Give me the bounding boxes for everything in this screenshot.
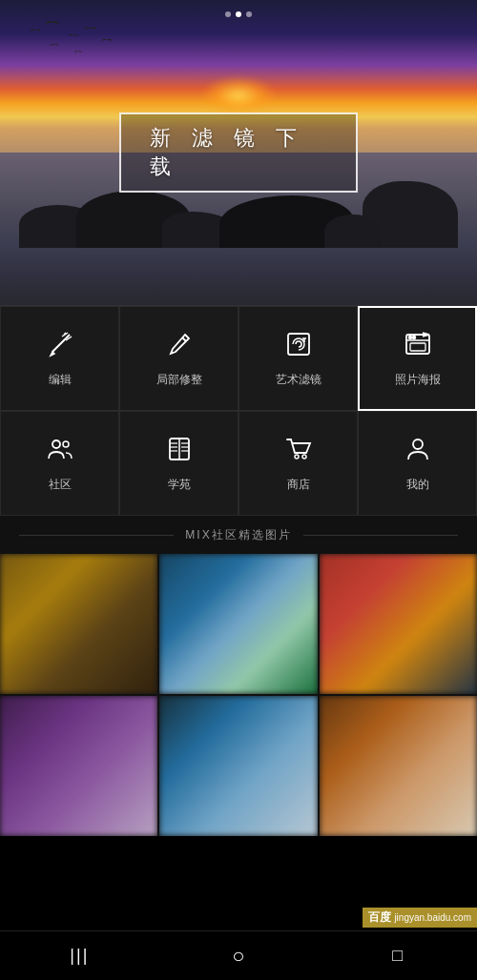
gallery-item-5[interactable] xyxy=(159,696,317,836)
svg-point-13 xyxy=(412,337,415,339)
svg-point-29 xyxy=(413,439,423,449)
user-icon xyxy=(403,434,433,469)
menu-item-shop[interactable]: 商店 xyxy=(238,411,358,516)
people-icon xyxy=(45,434,75,469)
filter-label: 艺术滤镜 xyxy=(276,372,321,388)
gallery-item-1[interactable] xyxy=(0,554,157,694)
wand-icon xyxy=(45,329,75,364)
gallery-image-2 xyxy=(159,554,317,694)
svg-point-17 xyxy=(52,440,60,448)
section-title: MIX社区精选图片 xyxy=(174,527,302,543)
menu-item-edit[interactable]: 编辑 xyxy=(0,306,119,411)
baidu-logo: 百度 xyxy=(368,909,391,926)
cart-icon xyxy=(283,434,314,469)
edit-label: 编辑 xyxy=(49,372,72,388)
menu-item-learn[interactable]: 学苑 xyxy=(119,411,238,516)
recent-icon: □ xyxy=(392,946,403,966)
watermark: 百度 jingyan.baidu.com xyxy=(363,908,477,928)
menu-item-filter[interactable]: 艺术滤镜 xyxy=(238,306,358,411)
filter-download-banner[interactable]: 新 滤 镜 下 载 xyxy=(119,112,358,193)
menu-item-mine[interactable]: 我的 xyxy=(358,411,477,516)
book-icon xyxy=(164,434,195,469)
adjust-label: 局部修整 xyxy=(156,372,202,388)
svg-point-28 xyxy=(302,455,306,459)
menu-item-poster[interactable]: 照片海报 xyxy=(358,306,477,411)
spiral-icon xyxy=(283,329,314,364)
gallery-grid xyxy=(0,554,477,836)
back-icon: ||| xyxy=(70,946,89,966)
section-header: MIX社区精选图片 xyxy=(0,516,477,554)
shop-label: 商店 xyxy=(287,477,310,493)
menu-item-adjust[interactable]: 局部修整 xyxy=(119,306,238,411)
learn-label: 学苑 xyxy=(168,477,191,493)
svg-point-12 xyxy=(408,337,411,339)
svg-point-18 xyxy=(63,441,69,447)
svg-marker-5 xyxy=(51,352,54,356)
gallery-item-3[interactable] xyxy=(320,554,477,694)
banner-text: 新 滤 镜 下 载 xyxy=(150,126,304,178)
poster-icon xyxy=(403,329,433,364)
svg-line-6 xyxy=(182,337,186,341)
gallery-image-1 xyxy=(0,554,157,694)
svg-rect-7 xyxy=(288,334,309,355)
svg-rect-14 xyxy=(410,343,425,351)
bottom-navigation: ||| ○ □ xyxy=(0,930,477,980)
hero-banner-area: 新 滤 镜 下 载 xyxy=(0,0,477,305)
gallery-item-2[interactable] xyxy=(159,554,317,694)
svg-line-0 xyxy=(52,338,66,352)
mine-label: 我的 xyxy=(406,477,429,493)
home-button[interactable]: ○ xyxy=(210,937,267,975)
gallery-image-4 xyxy=(0,696,157,836)
menu-item-community[interactable]: 社区 xyxy=(0,411,119,516)
pen-icon xyxy=(164,329,195,364)
community-label: 社区 xyxy=(49,477,72,493)
recent-button[interactable]: □ xyxy=(369,937,426,975)
hero-pagination xyxy=(225,11,252,17)
poster-label: 照片海报 xyxy=(395,372,441,388)
main-menu-grid: 编辑 局部修整 艺术滤镜 xyxy=(0,305,477,516)
gallery-image-6 xyxy=(320,696,477,836)
back-button[interactable]: ||| xyxy=(51,937,108,975)
sun-glow xyxy=(200,76,277,114)
dot-3 xyxy=(246,11,252,17)
gallery-image-5 xyxy=(159,696,317,836)
gallery-item-6[interactable] xyxy=(320,696,477,836)
svg-point-27 xyxy=(295,455,299,459)
dot-1 xyxy=(225,11,231,17)
gallery-image-3 xyxy=(320,554,477,694)
home-icon: ○ xyxy=(232,944,244,969)
watermark-site: jingyan.baidu.com xyxy=(394,912,471,923)
gallery-item-4[interactable] xyxy=(0,696,157,836)
dot-2 xyxy=(236,11,241,17)
